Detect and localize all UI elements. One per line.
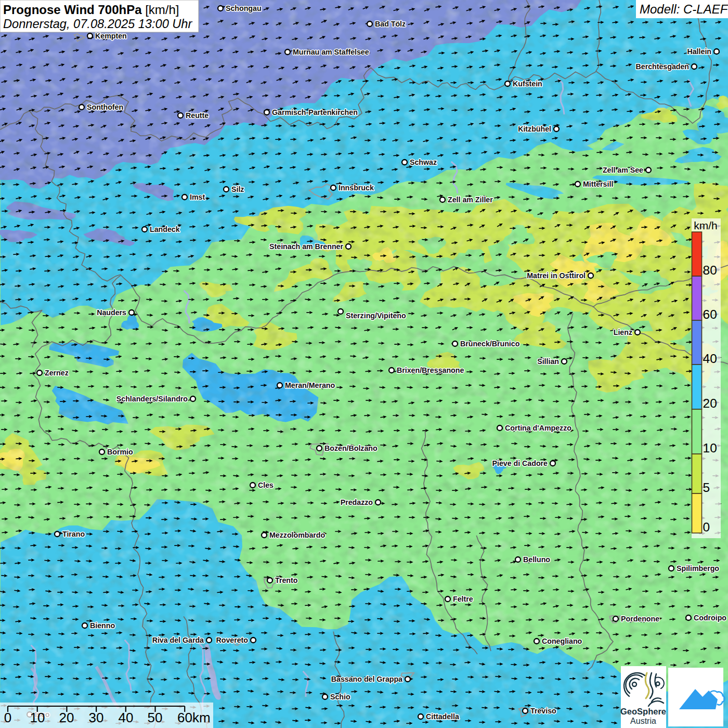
- svg-text:Riva del Garda: Riva del Garda: [152, 636, 204, 644]
- svg-text:Kufstein: Kufstein: [513, 80, 542, 88]
- svg-text:40: 40: [703, 352, 717, 366]
- svg-text:Donnerstag, 07.08.2025 13:00 U: Donnerstag, 07.08.2025 13:00 Uhr: [3, 17, 192, 31]
- svg-text:Berchtesgaden: Berchtesgaden: [636, 62, 690, 71]
- svg-text:Steinach am Brenner: Steinach am Brenner: [269, 242, 343, 251]
- svg-text:Schio: Schio: [330, 693, 350, 701]
- svg-text:Matrei in Osttirol: Matrei in Osttirol: [527, 271, 586, 280]
- svg-text:Conegliano: Conegliano: [542, 637, 582, 645]
- svg-text:Silz: Silz: [231, 185, 244, 193]
- svg-text:Mezzolombardo: Mezzolombardo: [269, 531, 326, 539]
- svg-text:Brixen/Bressanone: Brixen/Bressanone: [397, 366, 464, 374]
- svg-text:0: 0: [703, 520, 710, 534]
- svg-text:km/h: km/h: [694, 219, 718, 231]
- svg-text:Landeck: Landeck: [150, 225, 180, 233]
- svg-text:Bassano del Grappa: Bassano del Grappa: [331, 675, 402, 683]
- svg-text:60: 60: [703, 307, 717, 321]
- svg-text:Cles: Cles: [258, 481, 274, 489]
- svg-text:40: 40: [119, 710, 134, 725]
- svg-text:Bruneck/Brunico: Bruneck/Brunico: [460, 340, 520, 348]
- svg-text:Kempten: Kempten: [95, 32, 127, 40]
- svg-text:Cortina d'Ampezzo: Cortina d'Ampezzo: [505, 424, 571, 432]
- svg-text:Murnau am Staffelsee: Murnau am Staffelsee: [293, 48, 369, 56]
- svg-text:Modell: C-LAEF: Modell: C-LAEF: [640, 2, 728, 16]
- svg-text:0: 0: [4, 710, 11, 725]
- svg-text:Belluno: Belluno: [523, 555, 550, 564]
- svg-text:GeoSphere: GeoSphere: [620, 707, 666, 716]
- svg-text:Rovereto: Rovereto: [216, 636, 249, 644]
- svg-text:60km: 60km: [177, 710, 211, 725]
- svg-text:Schlanders/Silandro: Schlanders/Silandro: [116, 395, 188, 403]
- svg-text:20: 20: [703, 396, 717, 410]
- svg-text:Schwaz: Schwaz: [410, 158, 437, 166]
- svg-text:Sillian: Sillian: [537, 357, 559, 366]
- svg-text:10: 10: [30, 710, 45, 725]
- svg-text:Sterzing/Vipiteno: Sterzing/Vipiteno: [346, 311, 406, 320]
- svg-text:Bormio: Bormio: [107, 448, 133, 456]
- svg-text:Hallein: Hallein: [687, 47, 711, 56]
- svg-text:Tirano: Tirano: [62, 530, 85, 538]
- svg-text:Zell am Ziller: Zell am Ziller: [448, 196, 493, 204]
- svg-text:Schongau: Schongau: [226, 4, 262, 12]
- svg-text:Codroipo: Codroipo: [694, 614, 726, 622]
- svg-text:10: 10: [703, 441, 717, 455]
- svg-text:Feltre: Feltre: [453, 595, 473, 603]
- svg-text:Garmisch-Partenkirchen: Garmisch-Partenkirchen: [272, 108, 358, 116]
- svg-text:Bienno: Bienno: [90, 621, 115, 630]
- svg-text:Lienz: Lienz: [614, 328, 632, 336]
- svg-text:Sonthofen: Sonthofen: [87, 103, 123, 111]
- svg-text:Reutte: Reutte: [186, 111, 209, 120]
- svg-text:Innsbruck: Innsbruck: [339, 184, 374, 192]
- svg-text:Pordenone: Pordenone: [621, 615, 659, 623]
- svg-text:Kitzbühel: Kitzbühel: [518, 125, 551, 133]
- svg-text:Zell am See: Zell am See: [603, 166, 643, 174]
- svg-text:Predazzo: Predazzo: [341, 498, 373, 506]
- svg-text:Prognose Wind 700hPa [km/h]: Prognose Wind 700hPa [km/h]: [3, 3, 179, 17]
- svg-text:20: 20: [59, 710, 74, 725]
- svg-text:Pieve di Cadore: Pieve di Cadore: [492, 459, 548, 467]
- svg-text:Imst: Imst: [190, 193, 205, 201]
- svg-text:Nauders: Nauders: [97, 308, 126, 317]
- svg-text:Meran/Merano: Meran/Merano: [285, 381, 335, 389]
- svg-text:Spilimbergo: Spilimbergo: [677, 564, 719, 573]
- svg-text:5: 5: [703, 480, 710, 495]
- svg-text:Cittadella: Cittadella: [426, 712, 459, 721]
- svg-text:50: 50: [148, 710, 163, 725]
- svg-text:Zernez: Zernez: [45, 369, 69, 377]
- svg-text:30: 30: [89, 710, 104, 725]
- svg-text:Bad Tölz: Bad Tölz: [375, 20, 406, 28]
- svg-text:80: 80: [703, 263, 717, 277]
- svg-text:Mittersill: Mittersill: [583, 180, 613, 188]
- svg-text:Bozen/Bolzano: Bozen/Bolzano: [324, 444, 378, 452]
- svg-text:Trento: Trento: [275, 576, 298, 584]
- svg-text:Austria: Austria: [630, 717, 656, 725]
- svg-text:Treviso: Treviso: [530, 707, 556, 715]
